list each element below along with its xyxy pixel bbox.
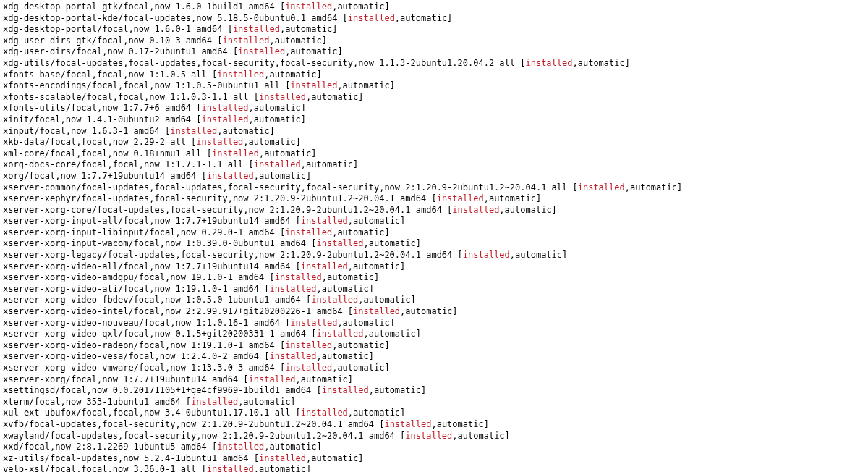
auto-suffix: ,automatic] <box>431 419 488 429</box>
installed-label: installed <box>202 114 249 125</box>
auto-suffix: ,automatic] <box>254 171 311 181</box>
package-line: xserver-xorg-video-intel/focal,now 2:2.9… <box>3 306 865 318</box>
package-prefix: xterm/focal,now 353-1ubuntu1 amd64 [ <box>3 397 191 407</box>
auto-suffix: ,automatic] <box>249 114 306 125</box>
installed-label: installed <box>269 284 316 294</box>
installed-label: installed <box>285 340 332 350</box>
package-line: xinit/focal,now 1.4.1-0ubuntu2 amd64 [in… <box>3 114 865 126</box>
package-prefix: xserver-xorg-input-all/focal,now 1:7.7+1… <box>3 216 301 226</box>
package-prefix: xfonts-scalable/focal,focal,now 1:1.0.3-… <box>3 92 259 102</box>
package-prefix: xsettingsd/focal,now 0.0.20171105+1+ge4c… <box>3 385 322 395</box>
package-prefix: xz-utils/focal-updates,now 5.2.4-1ubuntu… <box>3 453 259 463</box>
installed-label: installed <box>316 238 363 248</box>
installed-label: installed <box>212 148 259 159</box>
installed-label: installed <box>170 126 217 136</box>
auto-suffix: ,automatic] <box>369 385 426 395</box>
auto-suffix: ,automatic] <box>573 58 630 68</box>
package-line: xdg-desktop-portal-gtk/focal,now 1.6.0-1… <box>3 1 865 13</box>
package-line: xserver-xorg-video-fbdev/focal,now 1:0.5… <box>3 295 865 306</box>
auto-suffix: ,automatic] <box>332 1 389 12</box>
package-prefix: xserver-xorg-video-qxl/focal,now 0.1.5+g… <box>3 329 316 339</box>
installed-label: installed <box>259 92 306 102</box>
installed-label: installed <box>285 1 332 12</box>
package-prefix: xorg-docs-core/focal,focal,now 1:1.7.1-1… <box>3 159 254 169</box>
installed-label: installed <box>207 464 254 472</box>
package-line: yelp-xsl/focal,focal,now 3.36.0-1 all [i… <box>3 464 865 472</box>
package-line: xsettingsd/focal,now 0.0.20171105+1+ge4c… <box>3 385 865 397</box>
package-line: xxd/focal,now 2:8.1.2269-1ubuntu5 amd64 … <box>3 442 865 453</box>
package-line: xserver-xorg-core/focal-updates,focal-se… <box>3 205 865 216</box>
auto-suffix: ,automatic] <box>306 453 363 463</box>
auto-suffix: ,automatic] <box>400 306 457 316</box>
package-line: xserver-xorg-video-amdgpu/focal,now 19.1… <box>3 272 865 284</box>
package-prefix: xkb-data/focal,focal,now 2.29-2 all [ <box>3 137 196 147</box>
package-line: xserver-xorg-video-radeon/focal,now 1:19… <box>3 340 865 352</box>
auto-suffix: ,automatic] <box>249 103 306 113</box>
package-line: xserver-xorg-video-all/focal,now 1:7.7+1… <box>3 261 865 273</box>
installed-label: installed <box>301 261 348 271</box>
package-prefix: xorg/focal,now 1:7.7+19ubuntu14 amd64 [ <box>3 171 207 181</box>
installed-label: installed <box>254 159 301 169</box>
installed-label: installed <box>259 453 306 463</box>
installed-label: installed <box>405 431 452 441</box>
auto-suffix: ,automatic] <box>337 80 394 90</box>
installed-label: installed <box>285 227 332 237</box>
package-prefix: xserver-xorg-video-all/focal,now 1:7.7+1… <box>3 261 301 271</box>
package-line: xdg-desktop-portal-kde/focal-updates,now… <box>3 13 865 25</box>
auto-suffix: ,automatic] <box>264 69 321 80</box>
package-line: xserver-xorg-video-qxl/focal,now 0.1.5+g… <box>3 329 865 340</box>
installed-label: installed <box>249 374 296 384</box>
installed-label: installed <box>233 24 280 34</box>
package-line: xfonts-base/focal,focal,now 1:1.0.5 all … <box>3 69 865 81</box>
auto-suffix: ,automatic] <box>217 126 274 136</box>
auto-suffix: ,automatic] <box>322 272 379 282</box>
package-line: xfonts-utils/focal,now 1:7.7+6 amd64 [in… <box>3 103 865 114</box>
auto-suffix: ,automatic] <box>348 408 405 418</box>
package-prefix: xserver-xorg-video-vmware/focal,now 1:13… <box>3 363 285 373</box>
auto-suffix: ,automatic] <box>243 137 300 147</box>
package-line: xinput/focal,now 1.6.3-1 amd64 [installe… <box>3 126 865 138</box>
installed-label: installed <box>348 13 395 23</box>
package-prefix: xdg-desktop-portal-kde/focal-updates,now… <box>3 13 348 23</box>
package-prefix: xserver-xorg-video-intel/focal,now 2:2.9… <box>3 306 353 316</box>
installed-label: installed <box>290 80 337 90</box>
package-line: xserver-xorg-input-libinput/focal,now 0.… <box>3 227 865 239</box>
auto-suffix: ,automatic] <box>332 227 389 237</box>
package-prefix: xserver-xorg-core/focal-updates,focal-se… <box>3 205 452 215</box>
installed-label: installed <box>217 69 264 80</box>
package-prefix: xinput/focal,now 1.6.3-1 amd64 [ <box>3 126 170 136</box>
package-prefix: xwayland/focal-updates,focal-security,no… <box>3 431 405 441</box>
package-line: xz-utils/focal-updates,now 5.2.4-1ubuntu… <box>3 453 865 465</box>
installed-label: installed <box>275 272 322 282</box>
package-prefix: xfonts-encodings/focal,focal,now 1:1.0.5… <box>3 80 290 90</box>
package-prefix: xserver-xephyr/focal-updates,focal-secur… <box>3 193 437 203</box>
auto-suffix: ,automatic] <box>358 295 415 305</box>
package-prefix: xvfb/focal-updates,focal-security,now 2:… <box>3 419 384 429</box>
terminal-output[interactable]: xdg-desktop-portal-gtk/focal,now 1.6.0-1… <box>3 1 865 472</box>
package-line: xserver-xorg-input-all/focal,now 1:7.7+1… <box>3 216 865 227</box>
installed-label: installed <box>316 329 363 339</box>
package-line: xserver-xorg/focal,now 1:7.7+19ubuntu14 … <box>3 374 865 386</box>
auto-suffix: ,automatic] <box>452 431 509 441</box>
installed-label: installed <box>238 46 285 56</box>
package-prefix: xserver-xorg-input-wacom/focal,now 1:0.3… <box>3 238 316 248</box>
package-prefix: xserver-xorg-video-radeon/focal,now 1:19… <box>3 340 285 350</box>
package-prefix: xserver-common/focal-updates,focal-updat… <box>3 182 578 193</box>
auto-suffix: ,automatic] <box>348 261 405 271</box>
package-line: xfonts-encodings/focal,focal,now 1:1.0.5… <box>3 80 865 92</box>
package-prefix: yelp-xsl/focal,focal,now 3.36.0-1 all [ <box>3 464 207 472</box>
package-prefix: xdg-desktop-portal-gtk/focal,now 1.6.0-1… <box>3 1 285 12</box>
auto-suffix: ,automatic] <box>280 24 337 34</box>
installed-label: installed <box>217 442 264 452</box>
package-line: xorg-docs-core/focal,focal,now 1:1.7.1-1… <box>3 159 865 171</box>
package-prefix: xserver-xorg-video-amdgpu/focal,now 19.1… <box>3 272 275 282</box>
installed-label: installed <box>196 137 243 147</box>
auto-suffix: ,automatic] <box>269 35 326 46</box>
installed-label: installed <box>311 295 358 305</box>
package-line: xserver-common/focal-updates,focal-updat… <box>3 182 865 194</box>
auto-suffix: ,automatic] <box>317 351 374 361</box>
package-prefix: xinit/focal,now 1.4.1-0ubuntu2 amd64 [ <box>3 114 202 125</box>
auto-suffix: ,automatic] <box>259 148 316 159</box>
installed-label: installed <box>578 182 625 193</box>
auto-suffix: ,automatic] <box>332 363 389 373</box>
